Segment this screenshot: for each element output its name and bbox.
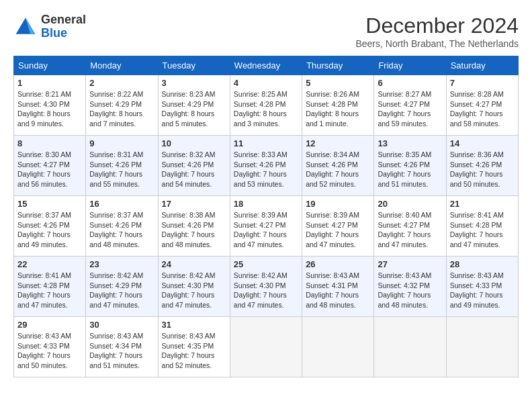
day-number: 20 [378, 199, 442, 209]
day-detail: Sunrise: 8:40 AM Sunset: 4:27 PM Dayligh… [378, 210, 442, 250]
calendar-day-cell: 22Sunrise: 8:41 AM Sunset: 4:28 PM Dayli… [14, 257, 86, 317]
day-detail: Sunrise: 8:43 AM Sunset: 4:35 PM Dayligh… [162, 331, 226, 371]
weekday-header-monday: Monday [86, 56, 158, 75]
weekday-header-sunday: Sunday [14, 56, 86, 75]
day-detail: Sunrise: 8:22 AM Sunset: 4:29 PM Dayligh… [89, 89, 154, 129]
day-detail: Sunrise: 8:37 AM Sunset: 4:26 PM Dayligh… [17, 210, 82, 250]
day-detail: Sunrise: 8:43 AM Sunset: 4:32 PM Dayligh… [378, 271, 442, 310]
day-detail: Sunrise: 8:43 AM Sunset: 4:34 PM Dayligh… [89, 331, 154, 371]
day-number: 30 [89, 320, 154, 330]
calendar-day-cell: 9Sunrise: 8:31 AM Sunset: 4:26 PM Daylig… [86, 136, 158, 196]
day-detail: Sunrise: 8:28 AM Sunset: 4:27 PM Dayligh… [450, 89, 515, 129]
day-detail: Sunrise: 8:41 AM Sunset: 4:28 PM Dayligh… [450, 210, 515, 250]
day-number: 16 [89, 199, 154, 209]
page-header: General Blue December 2024 Beers, North … [13, 13, 519, 49]
day-number: 26 [306, 259, 370, 269]
empty-cell [230, 317, 302, 377]
day-number: 6 [378, 78, 442, 88]
day-detail: Sunrise: 8:43 AM Sunset: 4:31 PM Dayligh… [306, 271, 370, 310]
day-number: 24 [162, 259, 226, 269]
title-block: December 2024 Beers, North Brabant, The … [355, 13, 519, 49]
calendar-day-cell: 6Sunrise: 8:27 AM Sunset: 4:27 PM Daylig… [374, 75, 446, 136]
calendar-day-cell: 30Sunrise: 8:43 AM Sunset: 4:34 PM Dayli… [86, 317, 158, 377]
day-detail: Sunrise: 8:42 AM Sunset: 4:30 PM Dayligh… [234, 271, 298, 310]
calendar-day-cell: 17Sunrise: 8:38 AM Sunset: 4:26 PM Dayli… [158, 196, 230, 257]
day-detail: Sunrise: 8:35 AM Sunset: 4:26 PM Dayligh… [378, 150, 442, 189]
day-detail: Sunrise: 8:38 AM Sunset: 4:26 PM Dayligh… [162, 210, 226, 250]
calendar-day-cell: 13Sunrise: 8:35 AM Sunset: 4:26 PM Dayli… [374, 136, 446, 196]
calendar-day-cell: 16Sunrise: 8:37 AM Sunset: 4:26 PM Dayli… [86, 196, 158, 257]
day-number: 13 [378, 138, 442, 148]
day-detail: Sunrise: 8:32 AM Sunset: 4:26 PM Dayligh… [162, 150, 226, 189]
day-detail: Sunrise: 8:33 AM Sunset: 4:26 PM Dayligh… [234, 150, 298, 189]
day-detail: Sunrise: 8:27 AM Sunset: 4:27 PM Dayligh… [378, 89, 442, 129]
location-subtitle: Beers, North Brabant, The Netherlands [355, 38, 519, 49]
calendar-day-cell: 7Sunrise: 8:28 AM Sunset: 4:27 PM Daylig… [446, 75, 518, 136]
calendar-day-cell: 1Sunrise: 8:21 AM Sunset: 4:30 PM Daylig… [14, 75, 86, 136]
day-number: 28 [450, 259, 515, 269]
day-number: 11 [234, 138, 298, 148]
day-number: 3 [162, 78, 226, 88]
calendar-week-row: 8Sunrise: 8:30 AM Sunset: 4:27 PM Daylig… [14, 136, 519, 196]
calendar-day-cell: 29Sunrise: 8:43 AM Sunset: 4:33 PM Dayli… [14, 317, 86, 377]
calendar-week-row: 15Sunrise: 8:37 AM Sunset: 4:26 PM Dayli… [14, 196, 519, 257]
day-number: 12 [306, 138, 370, 148]
weekday-header-row: SundayMondayTuesdayWednesdayThursdayFrid… [14, 56, 519, 75]
calendar-day-cell: 15Sunrise: 8:37 AM Sunset: 4:26 PM Dayli… [14, 196, 86, 257]
calendar-week-row: 1Sunrise: 8:21 AM Sunset: 4:30 PM Daylig… [14, 75, 519, 136]
calendar-day-cell: 3Sunrise: 8:23 AM Sunset: 4:29 PM Daylig… [158, 75, 230, 136]
day-number: 27 [378, 259, 442, 269]
calendar-day-cell: 19Sunrise: 8:39 AM Sunset: 4:27 PM Dayli… [302, 196, 374, 257]
day-detail: Sunrise: 8:43 AM Sunset: 4:33 PM Dayligh… [17, 331, 82, 371]
day-number: 9 [89, 138, 154, 148]
day-detail: Sunrise: 8:36 AM Sunset: 4:26 PM Dayligh… [450, 150, 515, 189]
day-detail: Sunrise: 8:37 AM Sunset: 4:26 PM Dayligh… [89, 210, 154, 250]
calendar-day-cell: 23Sunrise: 8:42 AM Sunset: 4:29 PM Dayli… [86, 257, 158, 317]
calendar-day-cell: 31Sunrise: 8:43 AM Sunset: 4:35 PM Dayli… [158, 317, 230, 377]
day-number: 23 [89, 259, 154, 269]
day-detail: Sunrise: 8:39 AM Sunset: 4:27 PM Dayligh… [306, 210, 370, 250]
weekday-header-wednesday: Wednesday [230, 56, 302, 75]
calendar-day-cell: 5Sunrise: 8:26 AM Sunset: 4:28 PM Daylig… [302, 75, 374, 136]
calendar-day-cell: 28Sunrise: 8:43 AM Sunset: 4:33 PM Dayli… [446, 257, 518, 317]
calendar-day-cell: 4Sunrise: 8:25 AM Sunset: 4:28 PM Daylig… [230, 75, 302, 136]
day-detail: Sunrise: 8:41 AM Sunset: 4:28 PM Dayligh… [17, 271, 82, 310]
calendar-day-cell: 12Sunrise: 8:34 AM Sunset: 4:26 PM Dayli… [302, 136, 374, 196]
day-detail: Sunrise: 8:42 AM Sunset: 4:30 PM Dayligh… [162, 271, 226, 310]
weekday-header-tuesday: Tuesday [158, 56, 230, 75]
day-detail: Sunrise: 8:25 AM Sunset: 4:28 PM Dayligh… [234, 89, 298, 129]
logo: General Blue [13, 13, 86, 40]
day-number: 31 [162, 320, 226, 330]
weekday-header-friday: Friday [374, 56, 446, 75]
empty-cell [302, 317, 374, 377]
day-number: 14 [450, 138, 515, 148]
day-number: 18 [234, 199, 298, 209]
empty-cell [374, 317, 446, 377]
day-detail: Sunrise: 8:31 AM Sunset: 4:26 PM Dayligh… [89, 150, 154, 189]
logo-icon [13, 15, 38, 39]
calendar-day-cell: 27Sunrise: 8:43 AM Sunset: 4:32 PM Dayli… [374, 257, 446, 317]
day-number: 19 [306, 199, 370, 209]
day-detail: Sunrise: 8:43 AM Sunset: 4:33 PM Dayligh… [450, 271, 515, 310]
day-number: 5 [306, 78, 370, 88]
day-number: 8 [17, 138, 82, 148]
calendar-day-cell: 24Sunrise: 8:42 AM Sunset: 4:30 PM Dayli… [158, 257, 230, 317]
calendar-day-cell: 10Sunrise: 8:32 AM Sunset: 4:26 PM Dayli… [158, 136, 230, 196]
day-detail: Sunrise: 8:42 AM Sunset: 4:29 PM Dayligh… [89, 271, 154, 310]
day-number: 25 [234, 259, 298, 269]
logo-general-text: General [41, 13, 86, 27]
calendar-day-cell: 21Sunrise: 8:41 AM Sunset: 4:28 PM Dayli… [446, 196, 518, 257]
day-number: 29 [17, 320, 82, 330]
empty-cell [446, 317, 518, 377]
day-detail: Sunrise: 8:30 AM Sunset: 4:27 PM Dayligh… [17, 150, 82, 189]
calendar-day-cell: 8Sunrise: 8:30 AM Sunset: 4:27 PM Daylig… [14, 136, 86, 196]
day-detail: Sunrise: 8:39 AM Sunset: 4:27 PM Dayligh… [234, 210, 298, 250]
day-number: 17 [162, 199, 226, 209]
calendar-day-cell: 25Sunrise: 8:42 AM Sunset: 4:30 PM Dayli… [230, 257, 302, 317]
day-number: 15 [17, 199, 82, 209]
calendar-day-cell: 26Sunrise: 8:43 AM Sunset: 4:31 PM Dayli… [302, 257, 374, 317]
weekday-header-saturday: Saturday [446, 56, 518, 75]
calendar-day-cell: 18Sunrise: 8:39 AM Sunset: 4:27 PM Dayli… [230, 196, 302, 257]
calendar-day-cell: 20Sunrise: 8:40 AM Sunset: 4:27 PM Dayli… [374, 196, 446, 257]
month-title: December 2024 [355, 13, 519, 38]
